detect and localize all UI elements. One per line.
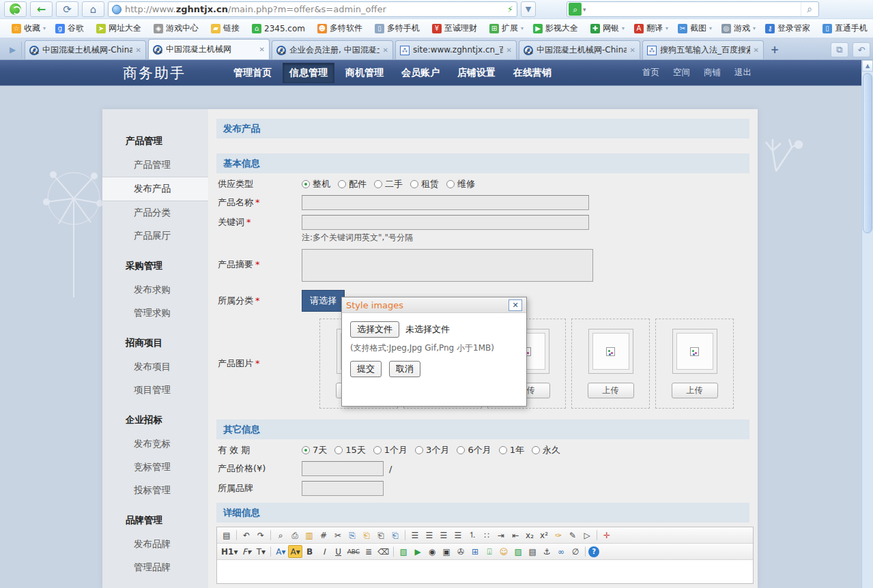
scrollbar-up-icon[interactable]: ▲ <box>862 60 873 72</box>
tab-close-icon[interactable]: ✕ <box>259 46 265 53</box>
side-group-product[interactable]: 产品管理 <box>102 129 208 153</box>
upload-button[interactable]: 上传 <box>672 383 718 398</box>
side-publish-project[interactable]: 发布项目 <box>102 355 208 379</box>
bookmark-links[interactable]: ▰ 链接 <box>206 21 247 35</box>
media-icon[interactable]: ◉ <box>425 545 439 558</box>
dialog-header[interactable]: Style images ✕ <box>342 297 526 313</box>
strikethrough-icon[interactable]: ABC <box>346 545 361 558</box>
image-icon[interactable]: ▧ <box>397 545 410 558</box>
ordered-list-icon[interactable]: ⒈ <box>466 529 479 542</box>
product-name-input[interactable] <box>302 195 589 210</box>
side-publish-bid[interactable]: 发布竞标 <box>102 432 208 456</box>
edit-note-icon[interactable]: ✎ <box>566 529 579 542</box>
supply-type-radio-option[interactable]: 二手 <box>374 178 403 190</box>
search-engine-icon[interactable]: ⌕ <box>569 3 582 16</box>
pin-tabs-button[interactable]: ▶ <box>4 42 22 58</box>
insert-hr-icon[interactable]: ⍗ <box>483 545 496 558</box>
side-group-bidding[interactable]: 企业招标 <box>102 408 208 432</box>
validity-radio-option[interactable]: 6个月 <box>457 444 491 456</box>
underline-icon[interactable]: U <box>332 545 345 558</box>
validity-radio-option[interactable]: 1年 <box>499 444 524 456</box>
nav-business-manage[interactable]: 商机管理 <box>339 63 390 83</box>
dialog-close-button[interactable]: ✕ <box>509 299 522 311</box>
validity-radio-option[interactable]: 3个月 <box>415 444 449 456</box>
validity-radio-option[interactable]: 永久 <box>532 444 560 456</box>
print-icon[interactable]: ⎙ <box>288 529 302 542</box>
address-bar[interactable]: http://www.zghntjx.cn/main.php?m=offer&s… <box>108 1 517 17</box>
table-icon[interactable]: ⊞ <box>468 545 482 558</box>
vertical-scrollbar[interactable]: ▲ <box>861 60 873 588</box>
undo-icon[interactable]: ↶ <box>240 529 253 542</box>
side-publish-brand[interactable]: 发布品牌 <box>102 533 208 556</box>
upload-button[interactable]: 上传 <box>588 383 634 398</box>
tab-close-icon[interactable]: ✕ <box>630 46 635 54</box>
paste-icon[interactable]: ⎗ <box>360 529 373 542</box>
side-group-brand[interactable]: 品牌管理 <box>102 508 208 533</box>
new-tab-button[interactable]: + <box>766 42 784 57</box>
editor-content-area[interactable] <box>217 560 753 583</box>
font-color-picker[interactable]: A▾ <box>274 545 287 558</box>
speed-bolt-icon[interactable]: ⚡ <box>507 4 513 14</box>
supply-type-radio-option[interactable]: 整机 <box>302 178 330 190</box>
preview-icon[interactable]: ⌕ <box>274 529 287 542</box>
side-publish-buying[interactable]: 发布求购 <box>102 278 208 302</box>
unlink-icon[interactable]: ∅ <box>569 545 582 558</box>
supply-type-radio-option[interactable]: 租赁 <box>410 178 439 190</box>
justify-icon[interactable]: ☰ <box>451 529 465 542</box>
tab-close-icon[interactable]: ✕ <box>754 46 759 54</box>
line-height-icon[interactable]: ≣ <box>362 545 375 558</box>
unordered-list-icon[interactable]: ∷ <box>480 529 493 542</box>
tab-member-register[interactable]: ⁂ 企业会员注册, 中国混凝土 ✕ <box>272 40 393 59</box>
scrollbar-thumb[interactable] <box>863 73 872 233</box>
flash-icon[interactable]: ▶ <box>411 545 425 558</box>
redo-icon[interactable]: ↷ <box>254 529 268 542</box>
side-product-category[interactable]: 产品分类 <box>102 201 208 224</box>
reopen-closed-tab-button[interactable]: ↶ <box>853 42 870 57</box>
side-project-manage[interactable]: 项目管理 <box>102 379 208 402</box>
link-icon[interactable]: ∞ <box>554 545 568 558</box>
side-group-purchase[interactable]: 采购管理 <box>102 254 208 278</box>
eraser-icon[interactable]: ⌫ <box>376 545 390 558</box>
side-bid-manage[interactable]: 竞标管理 <box>102 456 208 479</box>
choose-file-button[interactable]: 选择文件 <box>350 321 399 338</box>
tab-zghntjx-active[interactable]: ⁂ 中国混凝土机械网 ✕ <box>148 39 270 59</box>
tool-video[interactable]: ▶ 影视大全 <box>528 21 586 35</box>
side-manage-brand[interactable]: 管理品牌 <box>102 556 208 579</box>
search-input[interactable] <box>589 3 801 16</box>
format-brush-icon[interactable]: ✑ <box>552 529 565 542</box>
bookmark-zhicheng-finance[interactable]: ¥ 至诚理财 <box>427 21 485 35</box>
tool-games[interactable]: ◎ 游戏 ▾ <box>717 21 760 35</box>
nav-manage-home[interactable]: 管理首页 <box>227 63 278 83</box>
select-all-icon[interactable]: ▷ <box>580 529 594 542</box>
fullscreen-icon[interactable]: ✛ <box>600 529 614 542</box>
anchor-icon[interactable]: ⚓ <box>540 545 554 558</box>
tool-login-keeper[interactable]: ⚷ 登录管家 <box>760 21 818 35</box>
tool-screenshot[interactable]: ✂ 截图 ▾ <box>673 21 717 35</box>
code-icon[interactable]: # <box>317 529 330 542</box>
bookmark-duote-software[interactable]: ☻ 多特软件 <box>313 21 370 35</box>
heading-dropdown[interactable]: H1▾ <box>220 545 239 558</box>
page-break-icon[interactable]: ▤ <box>526 545 539 558</box>
bold-icon[interactable]: B <box>303 545 317 558</box>
help-icon[interactable]: ? <box>588 546 599 557</box>
submit-button[interactable]: 提交 <box>350 361 382 377</box>
nav-online-marketing[interactable]: 在线营销 <box>506 63 558 83</box>
font-family-dropdown[interactable]: F▾ <box>240 545 253 558</box>
tab-close-icon[interactable]: ✕ <box>136 46 141 54</box>
tool-phone[interactable]: ▯ 直通手机 <box>818 21 873 35</box>
side-product-manage[interactable]: 产品管理 <box>102 153 208 177</box>
cancel-button[interactable]: 取消 <box>389 361 420 377</box>
nav-member-account[interactable]: 会员账户 <box>395 63 446 83</box>
link-logout[interactable]: 退出 <box>734 67 752 78</box>
paste-text-icon[interactable]: ⎗ <box>374 529 388 542</box>
side-product-showroom[interactable]: 产品展厅 <box>102 224 208 248</box>
validity-radio-option[interactable]: 7天 <box>302 444 327 456</box>
price-input[interactable] <box>302 461 384 476</box>
bookmark-2345[interactable]: ⌂ 2345.com <box>247 23 313 35</box>
indent-icon[interactable]: ⇥ <box>494 529 508 542</box>
source-icon[interactable]: ▤ <box>220 529 233 542</box>
summary-textarea[interactable] <box>302 249 593 282</box>
validity-radio-option[interactable]: 15天 <box>334 444 366 456</box>
side-tender-manage[interactable]: 投标管理 <box>102 479 208 502</box>
copy-icon[interactable]: ⎘ <box>345 529 359 542</box>
